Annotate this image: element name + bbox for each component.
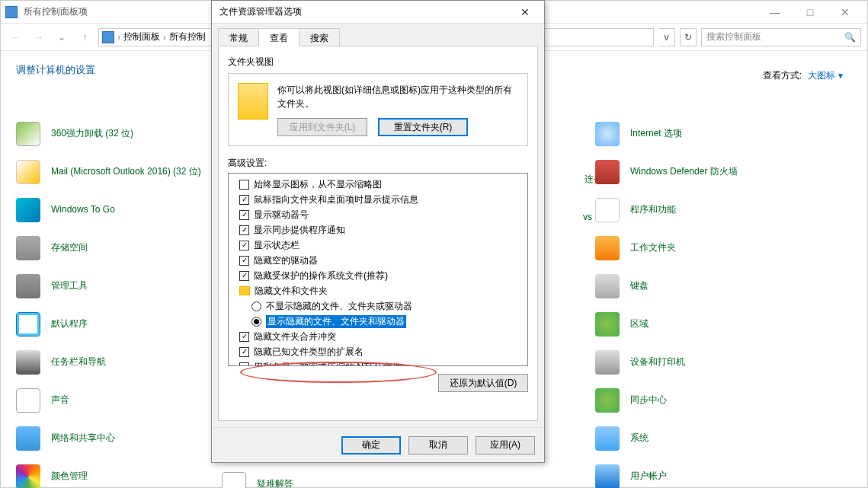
cp-troubleshoot[interactable]: 疑难解答	[222, 465, 412, 488]
tree-item-label: 隐藏受保护的操作系统文件(推荐)	[254, 270, 388, 282]
address-history-dropdown[interactable]: v	[658, 28, 675, 46]
maximize-button[interactable]: □	[793, 1, 828, 24]
cp-devices-printers-icon	[595, 350, 620, 375]
cp-admin-tools[interactable]: 管理工具	[16, 267, 207, 305]
cp-windows-togo-icon	[16, 198, 40, 222]
cp-keyboard[interactable]: 键盘	[595, 267, 793, 305]
radio-icon	[251, 301, 261, 311]
cp-system[interactable]: 系统	[595, 419, 793, 458]
opt-sync-notify[interactable]: 显示同步提供程序通知	[230, 222, 526, 238]
opt-drive-letters[interactable]: 显示驱动器号	[230, 207, 526, 222]
cp-programs-icon	[595, 198, 620, 222]
cancel-button[interactable]: 取消	[408, 436, 468, 455]
nav-dropdown-icon[interactable]: ⌄	[53, 28, 71, 46]
ok-button[interactable]: 确定	[341, 436, 401, 455]
cp-item-label: 存储空间	[51, 242, 88, 254]
refresh-button[interactable]: ↻	[680, 28, 697, 46]
cp-taskbar[interactable]: 任务栏和导航	[16, 343, 207, 381]
cp-troubleshoot-icon	[222, 472, 246, 488]
reset-folders-button[interactable]: 重置文件夹(R)	[378, 118, 468, 136]
cp-item-label: 颜色管理	[51, 470, 88, 483]
window-icon	[5, 6, 18, 18]
cp-360-uninstall[interactable]: 360强力卸载 (32 位)	[16, 115, 207, 153]
folder-view-label: 文件夹视图	[228, 56, 528, 69]
dialog-footer: 确定 取消 应用(A)	[212, 427, 544, 462]
tab-view[interactable]: 查看	[258, 28, 299, 46]
breadcrumb-part[interactable]: 控制面板	[123, 30, 160, 43]
cp-storage[interactable]: 存储空间	[16, 229, 207, 267]
cp-color-icon	[16, 464, 40, 488]
cp-item-label: Mail (Microsoft Outlook 2016) (32 位)	[51, 166, 201, 178]
opt-always-icons[interactable]: 始终显示图标，从不显示缩略图	[230, 177, 526, 192]
cp-color[interactable]: 颜色管理	[16, 458, 207, 488]
cp-network-icon	[16, 426, 40, 451]
opt-hide-merge-conflict[interactable]: 隐藏文件夹合并冲突	[230, 329, 526, 344]
apply-to-folders-button[interactable]: 应用到文件夹(L)	[277, 118, 367, 136]
view-mode-dropdown[interactable]: 大图标▼	[808, 69, 844, 82]
opt-status-bar[interactable]: 显示状态栏	[230, 238, 526, 253]
checkbox-icon	[239, 180, 249, 190]
checkbox-icon	[239, 241, 249, 250]
nav-up[interactable]: ↑	[75, 28, 94, 46]
cp-defender[interactable]: Windows Defender 防火墙	[595, 153, 793, 191]
cp-devices-printers[interactable]: 设备和打印机	[595, 343, 793, 381]
search-input[interactable]: 搜索控制面板 🔍	[701, 28, 861, 46]
opt-dont-show-hidden[interactable]: 不显示隐藏的文件、文件夹或驱动器	[230, 298, 526, 314]
cp-item-label: 工作文件夹	[630, 242, 676, 254]
cp-programs[interactable]: 程序和功能	[595, 191, 793, 229]
advanced-settings-label: 高级设置:	[228, 157, 528, 170]
checkbox-icon	[239, 332, 249, 342]
cp-default-programs[interactable]: 默认程序	[16, 305, 207, 343]
address-icon	[102, 31, 114, 43]
cp-workfolders[interactable]: 工作文件夹	[595, 229, 793, 267]
cp-users-icon	[595, 464, 620, 488]
dialog-close-button[interactable]: ✕	[514, 6, 536, 18]
opt-show-hidden[interactable]: 显示隐藏的文件、文件夹和驱动器	[230, 314, 526, 329]
cp-item-label: Windows Defender 防火墙	[630, 166, 738, 178]
nav-back[interactable]: ←	[7, 28, 25, 46]
tab-search[interactable]: 搜索	[299, 28, 340, 46]
cp-item-label: 管理工具	[51, 280, 88, 292]
tree-item-label: 隐藏空的驱动器	[254, 254, 318, 267]
cp-internet-options[interactable]: Internet 选项	[595, 115, 793, 153]
checkbox-icon	[239, 362, 249, 367]
folder-view-desc: 你可以将此视图(如详细信息或图标)应用于这种类型的所有文件夹。 应用到文件夹(L…	[277, 83, 518, 136]
minimize-button[interactable]: —	[757, 1, 793, 24]
restore-defaults-button[interactable]: 还原为默认值(D)	[438, 374, 528, 392]
opt-ntfs-color[interactable]: 用彩色显示加密或压缩的 NTFS 文件	[230, 359, 526, 366]
cp-item-label: 键盘	[630, 280, 649, 292]
opt-hover-tips[interactable]: 鼠标指向文件夹和桌面项时显示提示信息	[230, 192, 526, 207]
tree-item-label: 隐藏文件和文件夹	[255, 285, 328, 298]
opt-hide-ext[interactable]: 隐藏已知文件类型的扩展名	[230, 344, 526, 359]
tree-item-label: 显示驱动器号	[254, 209, 309, 222]
cp-sound-icon	[16, 388, 40, 413]
opt-hide-os-files[interactable]: 隐藏受保护的操作系统文件(推荐)	[230, 268, 526, 283]
checkbox-icon	[239, 195, 249, 205]
cp-region[interactable]: 区域	[595, 305, 793, 343]
tab-general[interactable]: 常规	[218, 28, 259, 46]
folder-options-dialog: 文件资源管理器选项 ✕ 常规 查看 搜索 文件夹视图 你可以将此视图(如详细信息…	[211, 0, 545, 463]
cp-network[interactable]: 网络和共享中心	[16, 419, 207, 458]
opt-hide-empty-drives[interactable]: 隐藏空的驱动器	[230, 253, 526, 268]
cp-keyboard-icon	[595, 274, 620, 298]
cp-sync-icon	[595, 388, 620, 413]
cp-sync[interactable]: 同步中心	[595, 381, 793, 419]
cp-sound[interactable]: 声音	[16, 381, 207, 419]
apply-button[interactable]: 应用(A)	[476, 436, 535, 455]
dialog-titlebar: 文件资源管理器选项 ✕	[212, 1, 544, 24]
opt-hidden-folder[interactable]: 隐藏文件和文件夹	[230, 283, 526, 298]
close-button[interactable]: ✕	[828, 1, 863, 24]
cp-users[interactable]: 用户帐户	[595, 458, 793, 488]
cp-mail[interactable]: Mail (Microsoft Outlook 2016) (32 位)	[16, 153, 207, 191]
cp-defender-icon	[595, 160, 620, 184]
advanced-settings-tree[interactable]: 始终显示图标，从不显示缩略图鼠标指向文件夹和桌面项时显示提示信息显示驱动器号显示…	[228, 173, 528, 366]
tree-item-label: 不显示隐藏的文件、文件夹或驱动器	[266, 300, 412, 313]
breadcrumb-part[interactable]: 所有控制	[169, 30, 206, 43]
folder-icon	[238, 83, 268, 120]
cp-360-uninstall-icon	[16, 122, 40, 146]
tree-item-label: 显示隐藏的文件、文件夹和驱动器	[266, 315, 406, 328]
cp-windows-togo[interactable]: Windows To Go	[16, 191, 207, 229]
nav-forward[interactable]: →	[30, 28, 48, 46]
radio-icon	[251, 317, 261, 327]
cp-item-label: 默认程序	[51, 318, 88, 330]
